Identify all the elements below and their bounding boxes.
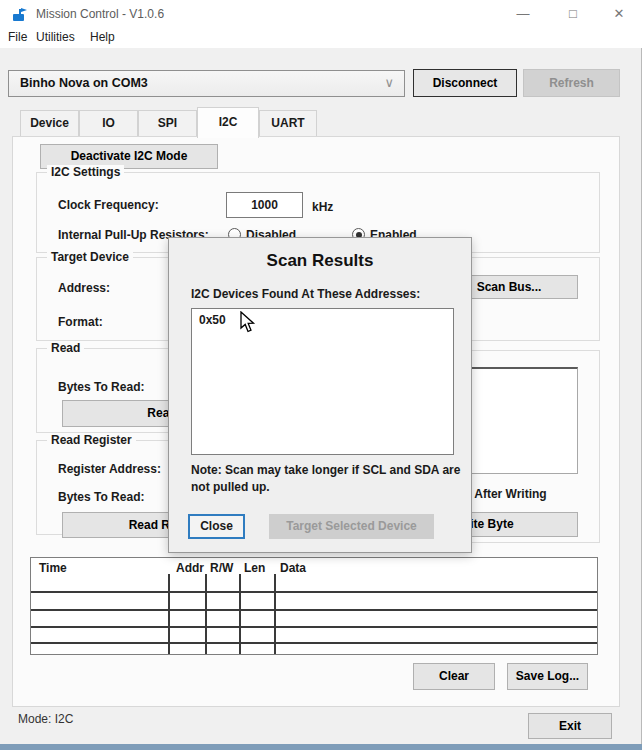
refresh-button: Refresh [523, 69, 620, 97]
device-select-value: Binho Nova on COM3 [20, 76, 148, 90]
menu-file[interactable]: File [8, 30, 27, 44]
col-rw: R/W [210, 561, 233, 575]
dialog-subtitle: I2C Devices Found At These Addresses: [191, 287, 420, 301]
clock-frequency-label: Clock Frequency: [58, 198, 159, 212]
close-button[interactable]: Close [188, 514, 245, 539]
save-log-button[interactable]: Save Log... [507, 663, 588, 690]
window-bottom-border [0, 744, 642, 750]
minimize-icon[interactable]: — [508, 4, 538, 24]
target-selected-device-button: Target Selected Device [269, 514, 434, 539]
table-row [31, 591, 597, 593]
menu-utilities[interactable]: Utilities [36, 30, 75, 44]
device-list[interactable]: 0x50 [191, 308, 454, 455]
read-group-title: Read [47, 341, 84, 355]
device-select[interactable]: Binho Nova on COM3 ∨ [8, 70, 405, 97]
col-addr: Addr [176, 561, 204, 575]
dialog-title: Scan Results [169, 251, 471, 271]
exit-button[interactable]: Exit [528, 713, 612, 739]
chevron-down-icon: ∨ [384, 75, 394, 90]
close-icon[interactable]: ✕ [604, 4, 634, 24]
table-row [31, 626, 597, 628]
i2c-settings-group-title: I2C Settings [47, 165, 124, 179]
tab-io[interactable]: IO [79, 110, 138, 137]
tab-spi[interactable]: SPI [138, 110, 197, 137]
status-mode: Mode: I2C [18, 712, 73, 726]
scan-results-dialog: Scan Results I2C Devices Found At These … [168, 237, 472, 553]
tab-device[interactable]: Device [20, 110, 79, 137]
dialog-note: Note: Scan may take longer if SCL and SD… [191, 462, 467, 497]
clock-frequency-input[interactable]: 1000 [226, 192, 303, 218]
bytes-to-read-label: Bytes To Read: [58, 380, 144, 394]
maximize-icon[interactable]: □ [558, 4, 588, 24]
clear-button[interactable]: Clear [413, 663, 495, 690]
tab-uart[interactable]: UART [259, 110, 317, 137]
window-title: Mission Control - V1.0.6 [36, 7, 164, 21]
target-device-group-title: Target Device [47, 250, 133, 264]
table-row [31, 609, 597, 611]
format-label: Format: [58, 315, 103, 329]
col-len: Len [244, 561, 265, 575]
menu-bar: File Utilities Help [0, 28, 642, 48]
table-row [31, 642, 597, 644]
disconnect-button[interactable]: Disconnect [413, 69, 517, 97]
list-item[interactable]: 0x50 [192, 309, 453, 331]
read-register-group-title: Read Register [47, 433, 136, 447]
col-data: Data [280, 561, 306, 575]
tab-i2c[interactable]: I2C [197, 107, 259, 138]
col-time: Time [39, 561, 67, 575]
menu-help[interactable]: Help [90, 30, 115, 44]
log-table[interactable]: Time Addr R/W Len Data [30, 557, 598, 655]
register-address-label: Register Address: [58, 462, 161, 476]
register-bytes-to-read-label: Bytes To Read: [58, 490, 144, 504]
mouse-cursor-icon [240, 311, 256, 334]
title-bar: Mission Control - V1.0.6 — □ ✕ [0, 0, 642, 28]
app-icon [12, 6, 28, 22]
address-label: Address: [58, 281, 110, 295]
clock-frequency-unit: kHz [312, 200, 333, 214]
